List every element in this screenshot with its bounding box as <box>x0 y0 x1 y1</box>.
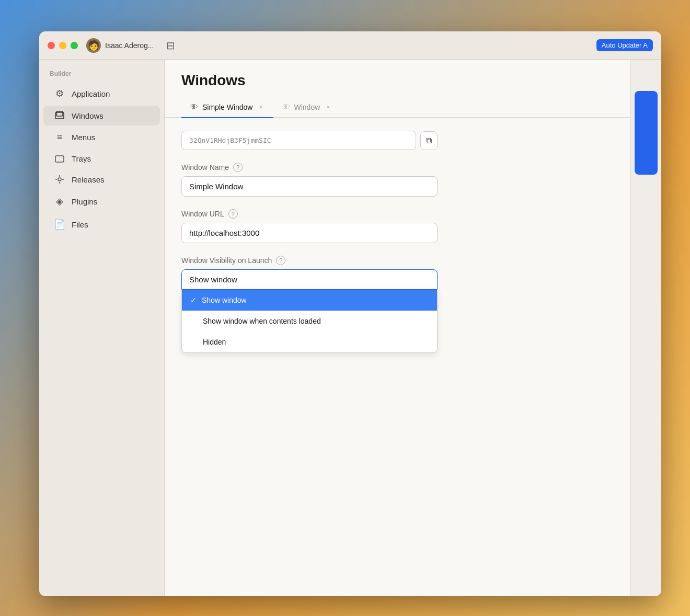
dropdown-option-hidden-label: Hidden <box>203 338 226 346</box>
window-visibility-group: Window Visibility on Launch ? Show windo… <box>181 256 613 290</box>
tab-close-simple-window[interactable]: × <box>257 102 264 112</box>
sidebar-item-menus[interactable]: ≡ Menus <box>43 127 160 148</box>
tab-simple-window[interactable]: 👁 Simple Window × <box>181 97 273 118</box>
window-url-label-text: Window URL <box>181 210 224 218</box>
sidebar: Builder ⚙ Application Windows ≡ Menus <box>39 60 165 596</box>
window-visibility-selected-text: Show window <box>189 275 237 284</box>
window-visibility-label: Window Visibility on Launch ? <box>181 256 613 265</box>
sidebar-label-trays: Trays <box>72 154 91 163</box>
tab-close-window[interactable]: × <box>324 102 332 112</box>
dropdown-option-show-loaded[interactable]: Show window when contents loaded <box>182 311 437 332</box>
window-name-group: Window Name ? <box>181 163 613 197</box>
right-panel <box>630 60 661 596</box>
content-area: Windows 👁 Simple Window × 👁 Window × <box>165 60 630 596</box>
page-title: Windows <box>181 72 613 89</box>
tab-window[interactable]: 👁 Window × <box>273 97 341 118</box>
window-name-input[interactable] <box>181 176 438 197</box>
plugins-icon: ◈ <box>54 196 65 207</box>
sidebar-item-trays[interactable]: Trays <box>43 149 160 168</box>
avatar: 🧑 <box>86 38 101 53</box>
auto-updater-badge[interactable]: Auto Updater A <box>596 39 653 51</box>
sidebar-section-label: Builder <box>39 70 164 82</box>
sidebar-item-windows[interactable]: Windows <box>43 106 160 126</box>
window-visibility-help-icon[interactable]: ? <box>276 256 285 265</box>
window-visibility-dropdown: Show window ✓ Show window Show window wh… <box>181 269 438 290</box>
sidebar-item-files[interactable]: 📄 Files <box>43 213 160 235</box>
tab-eye-icon-window: 👁 <box>282 102 290 112</box>
window-id-input[interactable] <box>181 131 416 150</box>
window-visibility-label-text: Window Visibility on Launch <box>181 256 272 265</box>
window-id-group: ⧉ <box>181 131 613 150</box>
sidebar-toggle-button[interactable]: ⊟ <box>166 39 175 52</box>
app-window: 🧑 Isaac Aderog... ⊟ Auto Updater A Build… <box>39 31 661 596</box>
tab-label-window: Window <box>294 103 320 111</box>
window-url-group: Window URL ? <box>181 209 613 243</box>
sidebar-item-plugins[interactable]: ◈ Plugins <box>43 190 160 212</box>
window-visibility-selected[interactable]: Show window <box>181 269 438 290</box>
copy-id-button[interactable]: ⧉ <box>420 131 438 150</box>
minimize-button[interactable] <box>59 42 66 49</box>
titlebar: 🧑 Isaac Aderog... ⊟ Auto Updater A <box>39 31 661 60</box>
sidebar-label-files: Files <box>72 220 88 229</box>
window-name-label: Window Name ? <box>181 163 613 172</box>
releases-icon <box>54 175 65 184</box>
right-panel-blue-bar <box>635 91 658 175</box>
titlebar-right: Auto Updater A <box>596 39 653 51</box>
window-url-label: Window URL ? <box>181 209 613 219</box>
tab-eye-icon-simple: 👁 <box>190 102 198 112</box>
sidebar-label-menus: Menus <box>72 133 95 142</box>
dropdown-option-show[interactable]: ✓ Show window <box>182 290 437 311</box>
maximize-button[interactable] <box>71 42 78 49</box>
files-icon: 📄 <box>54 219 65 230</box>
sidebar-label-application: Application <box>72 89 110 98</box>
window-name-label-text: Window Name <box>181 163 229 172</box>
window-id-row: ⧉ <box>181 131 438 150</box>
trays-icon <box>54 155 65 163</box>
main-content: Builder ⚙ Application Windows ≡ Menus <box>39 60 661 596</box>
menus-icon: ≡ <box>54 132 65 143</box>
application-icon: ⚙ <box>54 88 65 99</box>
traffic-lights <box>48 42 78 49</box>
close-button[interactable] <box>48 42 55 49</box>
sidebar-item-releases[interactable]: Releases <box>43 169 160 189</box>
tab-label-simple-window: Simple Window <box>202 103 252 111</box>
tabs-bar: 👁 Simple Window × 👁 Window × <box>165 97 630 118</box>
window-visibility-menu: ✓ Show window Show window when contents … <box>181 290 438 353</box>
content-header: Windows 👁 Simple Window × 👁 Window × <box>165 60 630 118</box>
window-url-input[interactable] <box>181 223 438 243</box>
dropdown-option-show-loaded-label: Show window when contents loaded <box>203 317 321 325</box>
window-url-help-icon[interactable]: ? <box>228 209 238 219</box>
windows-icon <box>54 111 65 120</box>
sidebar-label-releases: Releases <box>72 175 105 184</box>
dropdown-option-check: ✓ <box>190 296 197 304</box>
user-name: Isaac Aderog... <box>105 41 154 50</box>
dropdown-option-hidden[interactable]: Hidden <box>182 332 437 352</box>
dropdown-option-show-label: Show window <box>202 296 247 304</box>
content-body: ⧉ Window Name ? Window URL ? <box>165 118 630 596</box>
sidebar-item-application[interactable]: ⚙ Application <box>43 83 160 105</box>
svg-rect-2 <box>55 156 64 162</box>
window-name-help-icon[interactable]: ? <box>233 163 243 172</box>
sidebar-label-plugins: Plugins <box>72 197 97 206</box>
svg-point-3 <box>58 178 61 181</box>
sidebar-label-windows: Windows <box>72 111 104 120</box>
